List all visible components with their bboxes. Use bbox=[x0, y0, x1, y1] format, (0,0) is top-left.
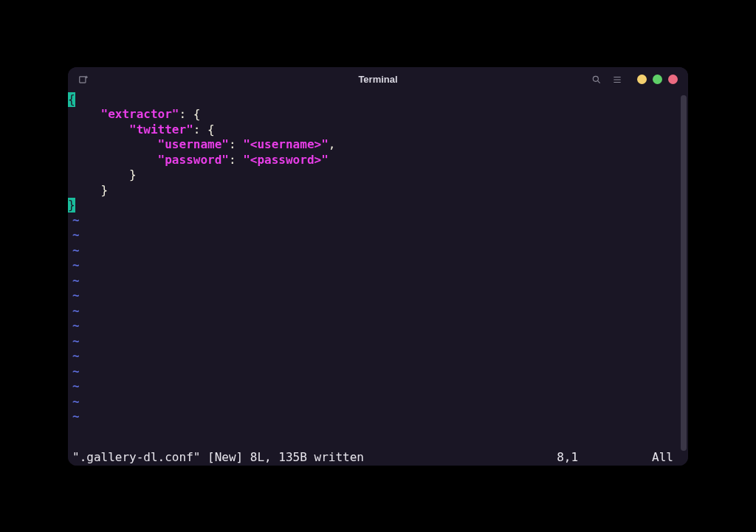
empty-line-tilde: ~ bbox=[68, 213, 679, 229]
status-file: ".gallery-dl.conf" [New] 8L, 135B writte… bbox=[72, 450, 364, 464]
titlebar-right bbox=[591, 75, 678, 85]
empty-line-tilde: ~ bbox=[68, 258, 679, 274]
empty-line-tilde: ~ bbox=[68, 228, 679, 243]
scrollbar-thumb[interactable] bbox=[681, 95, 687, 451]
code-line[interactable]: } bbox=[68, 183, 679, 198]
titlebar: Terminal bbox=[68, 67, 688, 92]
close-button[interactable] bbox=[668, 75, 678, 84]
svg-point-3 bbox=[593, 76, 598, 81]
code-line[interactable]: "extractor": { bbox=[68, 107, 679, 122]
code-line[interactable]: "twitter": { bbox=[68, 122, 679, 138]
empty-line-tilde: ~ bbox=[68, 410, 679, 425]
window-title: Terminal bbox=[358, 74, 397, 85]
empty-line-tilde: ~ bbox=[68, 379, 679, 395]
hamburger-icon[interactable] bbox=[612, 75, 622, 85]
code-line[interactable]: } bbox=[68, 167, 679, 183]
svg-rect-0 bbox=[80, 76, 86, 82]
code-line[interactable]: { bbox=[68, 92, 679, 108]
traffic-lights bbox=[637, 75, 678, 84]
empty-line-tilde: ~ bbox=[68, 319, 679, 334]
terminal-window: Terminal { "extr bbox=[68, 67, 688, 466]
editor-content[interactable]: { "extractor": { "twitter": { "username"… bbox=[68, 92, 679, 466]
minimize-button[interactable] bbox=[637, 75, 647, 84]
search-icon[interactable] bbox=[591, 75, 602, 85]
empty-line-tilde: ~ bbox=[68, 334, 679, 350]
code-line[interactable]: "username": "<username>", bbox=[68, 137, 679, 153]
status-position: 8,1 bbox=[557, 450, 652, 464]
svg-line-4 bbox=[597, 80, 599, 83]
scrollbar[interactable] bbox=[681, 95, 687, 451]
titlebar-left bbox=[78, 75, 89, 85]
empty-line-tilde: ~ bbox=[68, 274, 679, 289]
add-tab-icon[interactable] bbox=[78, 75, 89, 85]
status-scroll: All bbox=[652, 450, 679, 464]
vim-statusbar: ".gallery-dl.conf" [New] 8L, 135B writte… bbox=[68, 449, 679, 466]
terminal-body[interactable]: { "extractor": { "twitter": { "username"… bbox=[68, 92, 688, 466]
empty-line-tilde: ~ bbox=[68, 289, 679, 304]
code-line[interactable]: "password": "<password>" bbox=[68, 153, 679, 168]
empty-line-tilde: ~ bbox=[68, 395, 679, 410]
code-line[interactable]: } bbox=[68, 198, 679, 213]
empty-line-tilde: ~ bbox=[68, 349, 679, 365]
empty-line-tilde: ~ bbox=[68, 304, 679, 319]
empty-line-tilde: ~ bbox=[68, 243, 679, 259]
empty-line-tilde: ~ bbox=[68, 365, 679, 380]
maximize-button[interactable] bbox=[653, 75, 662, 84]
